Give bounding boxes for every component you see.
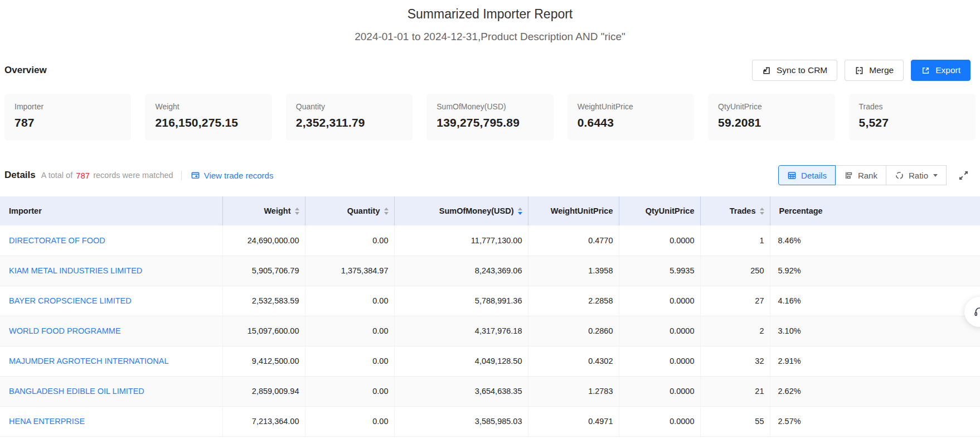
merge-icon [855, 66, 864, 75]
view-switcher: Details Rank Ratio [778, 165, 971, 185]
stat-value: 2,352,311.79 [296, 116, 402, 129]
table-row: WORLD FOOD PROGRAMME 15,097,600.00 0.00 … [0, 316, 980, 346]
tab-rank[interactable]: Rank [835, 165, 886, 185]
weight-cell: 9,412,500.00 [222, 346, 305, 376]
stat-card-trades: Trades 5,527 [849, 94, 976, 141]
table-row: KIAM METAL INDUSTRIES LIMITED 5,905,706.… [0, 256, 980, 286]
sumofmoney-cell: 3,654,638.35 [394, 376, 528, 406]
sumofmoney-cell: 5,788,991.36 [394, 286, 528, 316]
col-weight-label: Weight [264, 206, 290, 215]
stat-label: Quantity [296, 102, 402, 111]
trades-cell: 2 [700, 316, 770, 346]
importer-link[interactable]: MAJUMDER AGROTECH INTERNATIONAL [9, 357, 169, 365]
quantity-cell: 0.00 [305, 406, 394, 436]
importer-link[interactable]: HENA ENTERPRISE [9, 417, 85, 426]
details-heading: Details [4, 170, 36, 181]
quantity-cell: 0.00 [305, 316, 394, 346]
vertical-divider [181, 171, 182, 180]
matched-suffix: records were matched [93, 171, 173, 180]
weight-cell: 15,097,600.00 [222, 316, 305, 346]
col-quantity-label: Quantity [347, 206, 380, 215]
sumofmoney-cell: 3,585,985.03 [394, 406, 528, 436]
sort-icon-active-desc[interactable] [518, 208, 522, 215]
col-qtyunitprice-label: QtyUnitPrice [646, 206, 695, 215]
table-header-row: Importer Weight Quantity SumOfMoney(USD) [0, 196, 980, 225]
merge-button[interactable]: Merge [845, 60, 904, 81]
col-sumofmoney: SumOfMoney(USD) [394, 196, 528, 225]
browser-window-icon [191, 171, 200, 180]
qtyunitprice-cell: 5.9935 [619, 256, 700, 286]
weight-cell: 2,859,009.94 [222, 376, 305, 406]
weight-cell: 24,690,000.00 [222, 225, 305, 256]
table-row: DIRECTORATE OF FOOD 24,690,000.00 0.00 1… [0, 225, 980, 256]
trades-cell: 32 [700, 346, 770, 376]
export-label: Export [935, 65, 960, 75]
col-trades: Trades [700, 196, 770, 225]
weightunitprice-cell: 2.2858 [528, 286, 619, 316]
percentage-cell: 4.16% [770, 286, 980, 316]
quantity-cell: 0.00 [305, 286, 394, 316]
col-weightunitprice: WeightUnitPrice [528, 196, 619, 225]
dashed-circle-icon [895, 171, 904, 180]
stat-label: Trades [859, 102, 966, 111]
overview-bar: Overview Sync to CRM Merge [0, 60, 980, 81]
tab-details[interactable]: Details [778, 165, 836, 185]
stat-label: Weight [155, 102, 261, 111]
col-weight: Weight [222, 196, 305, 225]
trades-cell: 21 [700, 376, 770, 406]
view-trade-records-link[interactable]: View trade records [191, 171, 274, 180]
matched-count: 787 [76, 171, 90, 180]
weightunitprice-cell: 1.3958 [528, 256, 619, 286]
quantity-cell: 0.00 [305, 225, 394, 256]
stat-card-importer: Importer 787 [4, 94, 131, 141]
fullscreen-button[interactable] [957, 169, 971, 182]
stat-value: 0.6443 [578, 116, 684, 129]
headset-icon [973, 305, 980, 319]
export-button[interactable]: Export [911, 60, 971, 81]
percentage-cell: 3.10% [770, 316, 980, 346]
qtyunitprice-cell: 0.0000 [619, 316, 700, 346]
stat-label: WeightUnitPrice [578, 102, 684, 111]
overview-cards: Importer 787 Weight 216,150,275.15 Quant… [0, 94, 980, 141]
stat-value: 5,527 [859, 116, 966, 129]
col-importer: Importer [0, 196, 222, 225]
sumofmoney-cell: 4,049,128.50 [394, 346, 528, 376]
tab-ratio[interactable]: Ratio [886, 165, 947, 185]
percentage-cell: 2.57% [770, 406, 980, 436]
weight-cell: 5,905,706.79 [222, 256, 305, 286]
page-subtitle: 2024-01-01 to 2024-12-31,Product Descrip… [0, 30, 980, 44]
importer-link[interactable]: BAYER CROPSCIENCE LIMITED [9, 296, 132, 305]
importer-link[interactable]: DIRECTORATE OF FOOD [9, 236, 105, 245]
col-percentage-label: Percentage [779, 206, 823, 215]
weight-cell: 7,213,364.00 [222, 406, 305, 436]
percentage-cell: 2.91% [770, 346, 980, 376]
sort-icon[interactable] [295, 208, 299, 215]
qtyunitprice-cell: 0.0000 [619, 346, 700, 376]
importer-link[interactable]: BANGLADESH EDIBLE OIL LIMITED [9, 387, 144, 396]
sync-to-crm-button[interactable]: Sync to CRM [752, 60, 837, 81]
importer-table: Importer Weight Quantity SumOfMoney(USD) [0, 196, 980, 437]
importer-link[interactable]: KIAM METAL INDUSTRIES LIMITED [9, 266, 142, 275]
chevron-down-icon [933, 174, 938, 177]
stat-card-weight: Weight 216,150,275.15 [145, 94, 271, 141]
col-weightunitprice-label: WeightUnitPrice [551, 206, 613, 215]
importer-link[interactable]: WORLD FOOD PROGRAMME [9, 326, 121, 335]
sumofmoney-cell: 4,317,976.18 [394, 316, 528, 346]
col-percentage: Percentage [770, 196, 980, 225]
stat-value: 59.2081 [718, 116, 824, 129]
table-grid-icon [787, 171, 797, 180]
overview-heading: Overview [4, 65, 47, 76]
weight-cell: 2,532,583.59 [222, 286, 305, 316]
col-trades-label: Trades [730, 206, 756, 215]
tab-rank-label: Rank [858, 171, 877, 180]
qtyunitprice-cell: 0.0000 [619, 406, 700, 436]
stat-card-qtyunitprice: QtyUnitPrice 59.2081 [708, 94, 835, 141]
sort-icon[interactable] [384, 208, 389, 215]
page-title: Summarized Importer Report [0, 6, 980, 22]
sync-icon [762, 66, 772, 75]
table-row: BANGLADESH EDIBLE OIL LIMITED 2,859,009.… [0, 376, 980, 406]
sort-icon[interactable] [760, 208, 764, 215]
col-sumofmoney-label: SumOfMoney(USD) [439, 206, 514, 215]
trades-cell: 250 [700, 256, 770, 286]
merge-label: Merge [869, 65, 894, 75]
